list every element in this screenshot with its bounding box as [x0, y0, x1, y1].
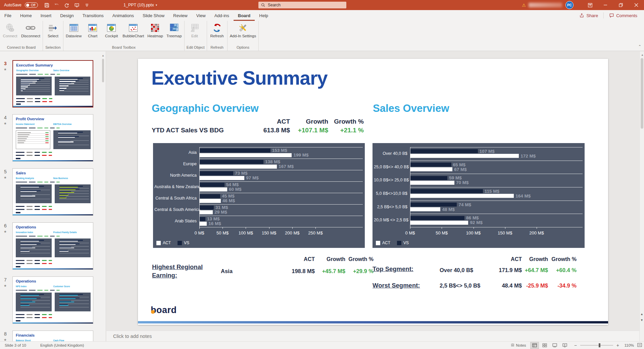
- autosave-toggle[interactable]: Off: [25, 2, 38, 8]
- animation-star-icon: ★: [4, 284, 7, 288]
- previous-slide-icon[interactable]: ▲: [640, 312, 643, 316]
- slide-scrollbar[interactable]: ▲ ▲ ▼: [639, 51, 644, 341]
- segment-summary-table[interactable]: ACT Growth Growth % Top Segment: Over 40…: [373, 256, 577, 293]
- tab-slide-show[interactable]: Slide Show: [138, 10, 169, 21]
- notes-icon: [510, 344, 515, 347]
- tab-transitions[interactable]: Transitions: [78, 10, 108, 21]
- ytd-kpi-table[interactable]: ACT Growth Growth % YTD ACT Sales VS BDG…: [152, 118, 364, 134]
- tab-review[interactable]: Review: [169, 10, 192, 21]
- scrollbar-thumb[interactable]: [641, 58, 643, 129]
- chart-bar-group: 138 M$167 M$: [199, 159, 294, 169]
- chart-y-axis-line: [410, 147, 410, 227]
- notes-toggle-button[interactable]: Notes: [508, 343, 529, 347]
- restore-button[interactable]: [613, 0, 629, 10]
- tab-file[interactable]: File: [0, 10, 16, 21]
- chart-gridline: [199, 159, 363, 159]
- chart-button[interactable]: Chart: [83, 22, 102, 45]
- tab-view[interactable]: View: [192, 10, 210, 21]
- kpi-header-growth: Growth: [290, 118, 328, 125]
- comments-button[interactable]: Comments: [606, 12, 641, 19]
- refresh-button[interactable]: Refresh: [208, 22, 227, 45]
- geographic-overview-chart[interactable]: Asia153 M$199 M$Europe138 M$167 M$North …: [153, 143, 365, 248]
- legend-swatch: [397, 241, 401, 245]
- sales-overview-chart[interactable]: Over 40,0 B$107 M$172 M$25,0 B$<> 40,0 B…: [373, 143, 585, 248]
- start-presentation-icon[interactable]: [74, 2, 80, 8]
- highest-regional-earning-table[interactable]: ACT Growth Growth % Highest Regional Ear…: [152, 256, 374, 280]
- ribbon-tab-bar: FileHomeInsertDesignTransitionsAnimation…: [0, 10, 644, 21]
- status-bar: Slide 3 of 10 English (United Kingdom) N…: [0, 341, 644, 349]
- tab-animations[interactable]: Animations: [108, 10, 138, 21]
- chart-bar-value-label: 153 M$: [272, 148, 287, 153]
- zoom-out-button[interactable]: −: [573, 343, 578, 348]
- thumbnail-section-label: New Business: [53, 177, 91, 179]
- tab-design[interactable]: Design: [56, 10, 78, 21]
- save-icon[interactable]: [44, 2, 49, 8]
- chart-gridline: [199, 170, 363, 170]
- slide-thumbnail-4[interactable]: Profit OverviewIncome StatementEBITDA Ov…: [12, 114, 93, 162]
- zoom-slider-thumb[interactable]: [599, 343, 600, 347]
- add-in-settings-button[interactable]: Add-In Settings: [228, 22, 258, 45]
- slide-title[interactable]: Executive Summary: [151, 67, 328, 89]
- slide-thumbnail-6[interactable]: OperationsInnovation IndexProduct Family…: [12, 222, 93, 270]
- collapse-ribbon-icon[interactable]: ⌃: [638, 44, 641, 49]
- chart-bar: [199, 222, 207, 226]
- customize-qat-icon[interactable]: [84, 2, 90, 8]
- scroll-up-icon[interactable]: ▲: [641, 53, 644, 56]
- user-name-redacted: [529, 3, 562, 7]
- slide-thumbnail-8[interactable]: FinancialsBalance SheetCash Flow: [12, 331, 93, 341]
- cockpit-button[interactable]: Cockpit: [102, 22, 121, 45]
- slide-thumbnail-7[interactable]: OperationsNPS IndexCustomer Score: [12, 276, 93, 324]
- chart-bar-value-label: 164 M$: [515, 193, 531, 199]
- document-title[interactable]: 1_PPT (10).pptx ▾: [123, 0, 157, 10]
- undo-icon[interactable]: [54, 2, 59, 8]
- axis-tick-label: 100 M$: [239, 230, 253, 235]
- normal-view-button[interactable]: [530, 342, 539, 349]
- heatmap-button[interactable]: Heatmap: [146, 22, 165, 45]
- geographic-overview-heading[interactable]: Geographic Overview: [152, 102, 259, 115]
- zoom-in-button[interactable]: +: [615, 343, 620, 348]
- notes-pane[interactable]: Click to add notes: [106, 331, 639, 341]
- treemap-button[interactable]: Treemap: [165, 22, 184, 45]
- search-input[interactable]: Search: [258, 2, 346, 8]
- slide-number-status[interactable]: Slide 3 of 10: [3, 343, 28, 347]
- disconnect-button[interactable]: Disconnect: [19, 22, 42, 45]
- slide-thumbnail-3[interactable]: Executive SummaryGeographic OverviewSale…: [12, 60, 93, 107]
- connect-button: Connect: [1, 22, 19, 45]
- chart-y-axis-line: [199, 147, 200, 227]
- chart-bar: [199, 148, 270, 152]
- thumbnail-section-label: Booking Analysis: [16, 177, 53, 179]
- tab-home[interactable]: Home: [16, 10, 36, 21]
- scroll-up-icon[interactable]: ▲: [102, 54, 104, 57]
- thumbnail-section-label: Customer Score: [53, 285, 91, 288]
- thumbnail-mini-chart: [55, 293, 91, 311]
- share-button[interactable]: Share: [576, 12, 601, 19]
- redo-icon[interactable]: [64, 2, 69, 8]
- zoom-percentage[interactable]: 110%: [623, 343, 634, 347]
- minimize-button[interactable]: [598, 0, 613, 10]
- close-button[interactable]: [629, 0, 644, 10]
- slideshow-view-button[interactable]: [560, 342, 569, 349]
- avatar[interactable]: PC: [565, 1, 574, 9]
- thumbnail-footer-rows: [16, 259, 90, 265]
- tab-board[interactable]: Board: [234, 10, 255, 21]
- sales-overview-heading[interactable]: Sales Overview: [373, 102, 449, 115]
- bubblechart-button[interactable]: BubbleChart: [121, 22, 146, 45]
- chart-bar: [410, 216, 464, 220]
- tab-help[interactable]: Help: [255, 10, 273, 21]
- reading-view-button[interactable]: [550, 342, 559, 349]
- ribbon-group-label: Edit Object: [185, 45, 206, 51]
- slide-canvas[interactable]: Executive Summary Geographic Overview Sa…: [138, 59, 608, 325]
- axis-tick-label: 100 M$: [466, 230, 481, 235]
- slide-thumbnail-5[interactable]: SalesBooking AnalysisNew Business: [12, 168, 93, 216]
- tab-add-ins[interactable]: Add-ins: [210, 10, 234, 21]
- language-status[interactable]: English (United Kingdom): [39, 343, 85, 347]
- zoom-slider[interactable]: [580, 345, 613, 346]
- fit-slide-to-window-icon[interactable]: [637, 343, 642, 348]
- warning-icon[interactable]: ⚠: [522, 3, 526, 8]
- slide-sorter-view-button[interactable]: [540, 342, 549, 349]
- tab-insert[interactable]: Insert: [36, 10, 56, 21]
- select-button[interactable]: Select: [44, 22, 62, 45]
- next-slide-icon[interactable]: ▼: [640, 318, 643, 322]
- ribbon-display-options-icon[interactable]: [582, 0, 598, 10]
- dataview-button[interactable]: Dataview: [64, 22, 83, 45]
